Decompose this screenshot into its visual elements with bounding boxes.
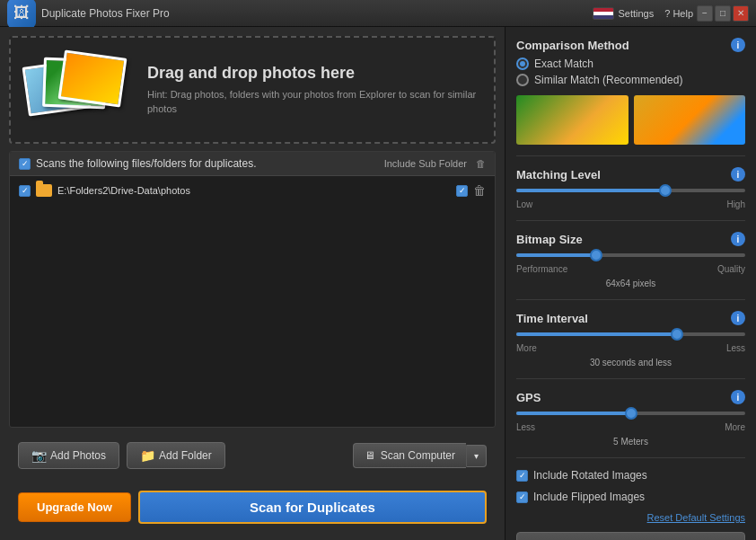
add-folder-icon: 📁 xyxy=(140,448,155,463)
title-bar-controls: Settings ? Help − □ ✕ xyxy=(593,5,749,22)
delete-all-icon[interactable]: 🗑 xyxy=(476,158,486,169)
time-interval-title: Time Interval i xyxy=(516,311,745,325)
scan-for-duplicates-button[interactable]: Scan for Duplicates xyxy=(138,491,487,524)
matching-level-title: Matching Level i xyxy=(516,167,745,181)
title-bar-menu: Settings ? Help xyxy=(618,8,693,19)
scan-computer-main[interactable]: 🖥 Scan Computer xyxy=(353,443,466,468)
gps-title: GPS i xyxy=(516,390,745,404)
thumbnails-row xyxy=(516,95,745,145)
bitmap-info-icon[interactable]: i xyxy=(731,232,745,246)
window-title: Duplicate Photos Fixer Pro xyxy=(41,7,170,20)
include-rotated-row: ✓ Include Rotated Images xyxy=(516,469,745,482)
similar-match-option[interactable]: Similar Match (Recommended) xyxy=(516,74,745,86)
divider-2 xyxy=(516,220,745,221)
folder-icon xyxy=(36,184,52,197)
time-thumb[interactable] xyxy=(671,328,683,341)
matching-level-section: Matching Level i Low High xyxy=(516,167,745,209)
gps-section: GPS i Less More 5 Meters xyxy=(516,390,745,447)
file-list-header-left: ✓ Scans the following files/folders for … xyxy=(19,157,256,170)
comparison-radio-group: Exact Match Similar Match (Recommended) xyxy=(516,58,745,86)
title-bar: 🖼 Duplicate Photos Fixer Pro Settings ? … xyxy=(0,0,756,27)
file-list-header: ✓ Scans the following files/folders for … xyxy=(10,152,495,176)
gps-fill xyxy=(516,412,631,415)
flag-icon xyxy=(593,7,614,20)
include-rotated-checkbox[interactable]: ✓ xyxy=(516,470,528,482)
subfolder-checkbox[interactable]: ✓ xyxy=(456,185,468,197)
gps-center-label: 5 Meters xyxy=(516,437,745,447)
matching-level-slider[interactable] xyxy=(516,189,745,192)
drop-zone-hint: Hint: Drag photos, folders with your pho… xyxy=(147,88,479,116)
bottom-bar: 📷 Add Photos 📁 Add Folder 🖥 Scan Compute… xyxy=(9,435,496,476)
matching-thumb[interactable] xyxy=(659,184,672,197)
comparison-method-title: Comparison Method i xyxy=(516,38,745,52)
thumb-sunflower xyxy=(516,95,629,145)
include-subfolder-label: Include Sub Folder xyxy=(384,158,467,169)
left-panel: Drag and drop photos here Hint: Drag pho… xyxy=(0,27,505,540)
table-row: ✓ E:\Folders2\Drive-Data\photos ✓ 🗑 xyxy=(10,180,495,201)
drop-zone-text: Drag and drop photos here Hint: Drag pho… xyxy=(147,64,479,116)
comparison-method-section: Comparison Method i Exact Match Similar … xyxy=(516,38,745,86)
add-photos-icon: 📷 xyxy=(31,448,47,463)
divider-1 xyxy=(516,155,745,156)
exact-match-radio[interactable] xyxy=(516,58,529,70)
photo-card-3 xyxy=(58,49,127,107)
gps-thumb[interactable] xyxy=(625,407,637,420)
window-controls: − □ ✕ xyxy=(697,5,749,22)
file-checkbox[interactable]: ✓ xyxy=(19,185,31,197)
time-info-icon[interactable]: i xyxy=(731,311,745,325)
bitmap-thumb[interactable] xyxy=(590,249,602,261)
watch-tutorial-button[interactable]: Watch Tutorial xyxy=(516,532,745,540)
drop-zone-photos xyxy=(25,54,133,126)
include-flipped-row: ✓ Include Flipped Images xyxy=(516,491,745,503)
drop-zone[interactable]: Drag and drop photos here Hint: Drag pho… xyxy=(9,36,496,144)
divider-4 xyxy=(516,378,745,379)
file-list-label: Scans the following files/folders for du… xyxy=(36,157,256,170)
minimize-button[interactable]: − xyxy=(697,5,713,22)
bitmap-fill xyxy=(516,253,596,257)
file-list-body: ✓ E:\Folders2\Drive-Data\photos ✓ 🗑 xyxy=(10,176,495,205)
bitmap-labels: Performance Quality xyxy=(516,264,745,274)
bitmap-size-slider[interactable] xyxy=(516,253,745,257)
scan-computer-button[interactable]: 🖥 Scan Computer ▾ xyxy=(353,443,487,468)
bitmap-size-section: Bitmap Size i Performance Quality 64x64 … xyxy=(516,232,745,288)
drop-zone-heading: Drag and drop photos here xyxy=(147,64,479,83)
add-folder-button[interactable]: 📁 Add Folder xyxy=(127,442,225,469)
scan-for-duplicates-row: Upgrade Now Scan for Duplicates xyxy=(9,483,496,531)
gps-info-icon[interactable]: i xyxy=(731,390,745,404)
help-menu[interactable]: ? Help xyxy=(664,8,693,19)
matching-fill xyxy=(516,189,665,192)
time-interval-section: Time Interval i More Less 30 seconds and… xyxy=(516,311,745,367)
time-fill xyxy=(516,332,677,336)
comparison-info-icon[interactable]: i xyxy=(731,38,745,52)
bitmap-center-label: 64x64 pixels xyxy=(516,279,745,288)
bitmap-size-title: Bitmap Size i xyxy=(516,232,745,246)
reset-default-link[interactable]: Reset Default Settings xyxy=(516,512,745,523)
upgrade-now-button[interactable]: Upgrade Now xyxy=(18,492,131,522)
gps-labels: Less More xyxy=(516,422,745,432)
divider-5 xyxy=(516,457,745,458)
scan-computer-dropdown[interactable]: ▾ xyxy=(466,445,487,467)
time-interval-slider[interactable] xyxy=(516,332,745,336)
app-logo: 🖼 xyxy=(7,0,36,28)
file-list-section: ✓ Scans the following files/folders for … xyxy=(9,151,496,428)
exact-match-option[interactable]: Exact Match xyxy=(516,58,745,70)
file-path: E:\Folders2\Drive-Data\photos xyxy=(57,185,451,196)
maximize-button[interactable]: □ xyxy=(715,5,731,22)
divider-3 xyxy=(516,299,745,300)
add-photos-button[interactable]: 📷 Add Photos xyxy=(18,442,119,469)
file-list-header-right: Include Sub Folder 🗑 xyxy=(384,158,486,169)
delete-row-icon[interactable]: 🗑 xyxy=(473,183,486,198)
matching-labels: Low High xyxy=(516,199,745,209)
thumb-butterfly xyxy=(634,95,746,145)
select-all-checkbox[interactable]: ✓ xyxy=(19,158,31,170)
gps-slider[interactable] xyxy=(516,412,745,415)
right-panel: Comparison Method i Exact Match Similar … xyxy=(505,27,756,540)
monitor-icon: 🖥 xyxy=(365,449,375,462)
main-layout: Drag and drop photos here Hint: Drag pho… xyxy=(0,27,756,540)
close-button[interactable]: ✕ xyxy=(733,5,749,22)
matching-info-icon[interactable]: i xyxy=(731,167,745,181)
similar-match-radio[interactable] xyxy=(516,74,529,86)
include-flipped-checkbox[interactable]: ✓ xyxy=(516,491,528,503)
time-labels: More Less xyxy=(516,343,745,353)
settings-menu[interactable]: Settings xyxy=(618,8,654,19)
